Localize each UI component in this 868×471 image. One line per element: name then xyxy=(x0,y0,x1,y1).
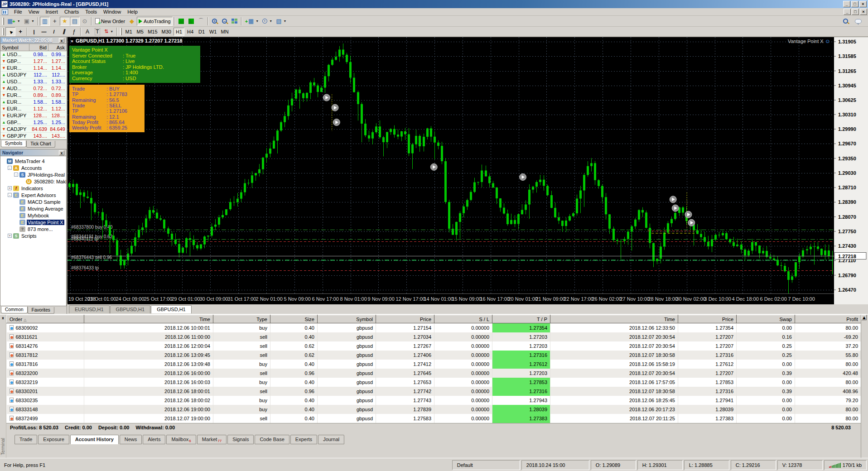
chart-tab-gbpusd-h1[interactable]: GBPUSD,H1 xyxy=(110,305,151,313)
new-order-button[interactable]: +New Order xyxy=(93,17,127,26)
terminal-tab-exposure[interactable]: Exposure xyxy=(38,435,69,444)
connection-status[interactable]: 170/1 kb xyxy=(824,460,867,470)
timeframe-d1[interactable]: D1 xyxy=(196,28,207,36)
market-watch-row[interactable]: ▼EUR... 1.14... 1.14... xyxy=(0,65,67,72)
trade-marker-icon[interactable] xyxy=(333,119,340,125)
terminal-tab-experts[interactable]: Experts xyxy=(290,435,317,444)
tree-item-accounts[interactable]: -AAccounts xyxy=(1,164,66,171)
terminal-tab-news[interactable]: News xyxy=(120,435,142,444)
column-header-time1[interactable]: Time xyxy=(84,315,213,323)
history-row[interactable]: 68311621 2018.12.06 11:00:00sell0.40gbpu… xyxy=(7,332,861,341)
market-watch-row[interactable]: ▲USD... 1.33... 1.33... xyxy=(0,78,67,85)
menu-help[interactable]: Help xyxy=(124,8,141,15)
terminal-tab-market[interactable]: Market77 xyxy=(197,435,227,444)
terminal-tab-journal[interactable]: Journal xyxy=(318,435,344,444)
column-header-sl6[interactable]: S / L xyxy=(434,315,492,323)
column-header-symbol[interactable]: Symbol xyxy=(0,44,29,51)
fibonacci-button[interactable]: ƒ xyxy=(69,27,79,36)
close-button[interactable]: × xyxy=(859,1,867,7)
column-header-price5[interactable]: Price xyxy=(376,315,434,323)
timeframe-w1[interactable]: W1 xyxy=(207,28,219,36)
expert-advisors-button[interactable]: ◆ xyxy=(127,17,137,26)
new-chart-button[interactable]: ▦+▼ xyxy=(5,17,22,26)
terminal-tab-mailbox[interactable]: Mailbox6 xyxy=(166,435,196,444)
timeframe-m1[interactable]: M1 xyxy=(123,28,134,36)
column-header-bid[interactable]: Bid xyxy=(29,44,48,51)
market-watch-row[interactable]: ▲USDJPY 112.... 112.... xyxy=(0,72,67,78)
toolbar-grip[interactable] xyxy=(2,18,4,25)
restore-button[interactable]: □ xyxy=(851,1,858,7)
hline-button[interactable]: — xyxy=(39,27,49,36)
market-watch-row[interactable]: ▲GBP... 1.25... 1.25... xyxy=(0,119,67,126)
zoom-in-button[interactable]: + xyxy=(210,17,220,26)
tree-item-myfxbook[interactable]: EMyfxbook xyxy=(1,212,66,219)
cursor-button[interactable]: ▲ xyxy=(5,27,15,36)
channel-button[interactable]: ∥ xyxy=(59,27,69,36)
tree-item-scripts[interactable]: +SScripts xyxy=(1,232,66,239)
minimize-button[interactable]: _ xyxy=(843,1,850,7)
market-watch-row[interactable]: ▼AUD... 0.72... 0.72... xyxy=(0,85,67,92)
terminal-tab-signals[interactable]: Signals xyxy=(227,435,254,444)
terminal-tab-alerts[interactable]: Alerts xyxy=(143,435,165,444)
trade-marker-icon[interactable] xyxy=(332,104,338,111)
navigator-toggle[interactable]: ★ xyxy=(60,17,70,26)
close-icon[interactable]: x xyxy=(59,38,64,43)
market-watch-row[interactable]: ▼EUR... 1.12... 1.12... xyxy=(0,106,67,112)
toolbar-grip[interactable] xyxy=(2,28,4,35)
trade-marker-icon[interactable] xyxy=(520,173,526,180)
terminal-tab-code-base[interactable]: Code Base xyxy=(255,435,289,444)
tree-item-macd-sample[interactable]: EMACD Sample xyxy=(1,198,66,205)
trade-marker-icon[interactable] xyxy=(323,94,330,101)
history-row[interactable]: 68314276 2018.12.06 12:00:04sell0.62gbpu… xyxy=(7,341,861,351)
timeframe-m5[interactable]: M5 xyxy=(135,28,145,36)
toolbar-grip[interactable] xyxy=(120,28,122,35)
close-button[interactable]: × xyxy=(860,9,867,15)
chevron-down-icon[interactable]: ▼ xyxy=(31,19,34,23)
tab-tick-chart[interactable]: Tick Chart xyxy=(26,141,55,148)
table-scrollbar[interactable]: ▲ xyxy=(861,315,868,458)
tree-expand-icon[interactable]: - xyxy=(8,166,12,170)
chart-tab-eurusd-h1[interactable]: EURUSD,H1 xyxy=(69,305,110,313)
trade-marker-icon[interactable] xyxy=(430,163,437,170)
menu-view[interactable]: View xyxy=(25,8,43,15)
navigator-header[interactable]: Navigator x xyxy=(0,149,67,156)
tree-item-3508280-makhe[interactable]: U3508280: Makhe xyxy=(1,178,66,185)
terminal-tab-account-history[interactable]: Account History xyxy=(70,435,119,444)
zoom-out-button[interactable]: − xyxy=(220,17,230,26)
label-button[interactable]: T xyxy=(92,27,102,36)
market-watch-row[interactable]: ▲EUR... 1.58... 1.58... xyxy=(0,99,67,106)
history-row[interactable]: 68372499 2018.12.07 19:00:00sell0.40gbpu… xyxy=(7,414,861,423)
data-window-toggle[interactable]: + xyxy=(50,17,60,26)
tree-item-873-more-[interactable]: ?873 more... xyxy=(1,226,66,232)
column-header-profit11[interactable]: Profit xyxy=(795,315,861,323)
trade-marker-icon[interactable] xyxy=(688,219,695,226)
trade-marker-icon[interactable] xyxy=(670,196,676,203)
column-header-type2[interactable]: Type xyxy=(213,315,270,323)
candlestick-button[interactable] xyxy=(186,17,196,26)
trendline-button[interactable]: / xyxy=(49,27,59,36)
indicators-button[interactable]: +▦▼ xyxy=(243,17,261,26)
close-icon[interactable]: x xyxy=(59,150,64,155)
menu-insert[interactable]: Insert xyxy=(42,8,61,15)
market-watch-toggle[interactable]: ▥ xyxy=(40,17,50,26)
menu-charts[interactable]: Charts xyxy=(61,8,82,15)
tab-common[interactable]: Common xyxy=(1,307,28,313)
smiley-icon[interactable]: ☺ xyxy=(825,38,830,44)
vline-button[interactable]: | xyxy=(29,27,39,36)
tile-windows-button[interactable] xyxy=(230,17,240,26)
column-header-tp7[interactable]: T / P xyxy=(492,315,550,323)
title-bar[interactable]: JP 3508280: JPHoldings-Real - [GBPUSD,H1… xyxy=(0,0,868,8)
collapse-icon[interactable]: ▼ xyxy=(70,39,74,43)
profile-selector[interactable]: Default xyxy=(452,460,520,470)
market-watch-row[interactable]: ▼CADJPY 84.639 84.649 xyxy=(0,126,67,133)
chart-window-icon[interactable] xyxy=(2,9,8,15)
tree-expand-icon[interactable]: + xyxy=(8,186,12,190)
chart-window[interactable]: #68337800 buy 0.40#68344191 buy 0.62#683… xyxy=(67,37,868,304)
minimize-button[interactable]: _ xyxy=(844,9,851,15)
tree-item-metatrader-4[interactable]: MMetaTrader 4 xyxy=(1,158,66,164)
timeframe-m15[interactable]: M15 xyxy=(146,28,159,36)
tree-expand-icon[interactable]: + xyxy=(8,234,12,238)
strategy-tester-toggle[interactable]: ⊙ xyxy=(80,17,90,26)
market-watch-header[interactable]: Market Watch: 22:05:08 x xyxy=(0,37,67,43)
market-watch-row[interactable]: ▼GBPJPY 143.... 143.... xyxy=(0,133,67,139)
